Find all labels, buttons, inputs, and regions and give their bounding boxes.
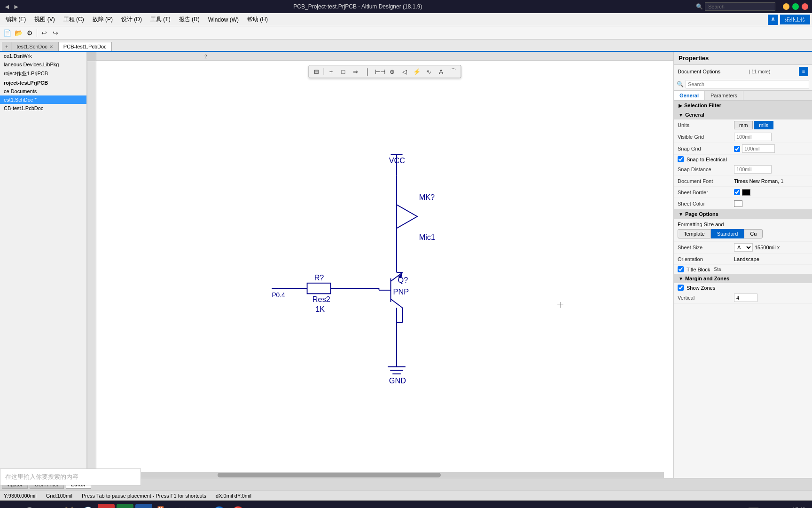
sheet-color-label: Sheet Color xyxy=(678,201,734,206)
settings-button[interactable]: ⚙ xyxy=(24,28,35,38)
orientation-value: Landscape xyxy=(734,256,808,262)
menu-help[interactable]: 帮助 (H) xyxy=(243,15,272,24)
tab-sch[interactable]: test1.SchDoc ✕ xyxy=(11,42,58,51)
taskbar-edge[interactable]: 🌊 xyxy=(79,504,96,508)
menu-view[interactable]: 视图 (V) xyxy=(31,15,58,24)
sidebar-item-1[interactable]: laneous Devices.LibPkg xyxy=(0,60,86,69)
sidebar-item-0[interactable]: ce1.DsnWrk xyxy=(0,52,86,60)
taskbar-clock[interactable]: 17:49 2021/10 xyxy=(789,507,808,508)
maximize-button[interactable] xyxy=(792,3,799,10)
menu-design[interactable]: 设计 (D) xyxy=(117,15,146,24)
cv-vert-btn[interactable]: │ xyxy=(362,66,374,77)
sidebar-item-6[interactable]: CB-test1.PcbDoc xyxy=(0,104,86,112)
cv-pin-btn[interactable]: ⊕ xyxy=(387,66,398,77)
snap-grid-input[interactable] xyxy=(742,144,775,153)
menu-bar: 编辑 (E) 视图 (V) 工程 (C) 故障 (P) 设计 (D) 工具 (T… xyxy=(0,13,812,26)
new-tab[interactable]: + xyxy=(2,42,11,51)
nav-back[interactable]: ◄ xyxy=(4,3,10,10)
title-block-checkbox[interactable] xyxy=(678,266,684,272)
cv-power-btn[interactable]: ⚡ xyxy=(411,66,422,77)
cv-measure-btn[interactable]: ⊢⊣ xyxy=(375,66,386,77)
panel-tab-general[interactable]: General xyxy=(674,91,705,100)
standard-btn[interactable]: Standard xyxy=(711,229,744,238)
minimize-button[interactable] xyxy=(783,3,789,10)
unit-mils-btn[interactable]: mils xyxy=(754,121,773,129)
menu-debug[interactable]: 故障 (P) xyxy=(89,15,117,24)
open-button[interactable]: 📂 xyxy=(13,28,23,38)
panel-search-input[interactable] xyxy=(686,80,809,88)
taskbar-start[interactable]: ⊞ xyxy=(4,504,21,508)
redo-button[interactable]: ↪ xyxy=(50,28,61,38)
global-search-input[interactable] xyxy=(705,2,775,11)
schematic-svg[interactable]: VCC MK? Mic1 Q? PNP xyxy=(96,61,673,478)
sidebar-item-3[interactable]: roject-test.PrjPCB xyxy=(0,79,86,87)
show-zones-checkbox[interactable] xyxy=(678,285,684,291)
canvas-scrollbar-h[interactable] xyxy=(106,472,664,478)
upload-button[interactable]: 拓扑上传 xyxy=(780,15,810,24)
taskbar-app-10[interactable]: 🔴 xyxy=(229,504,246,508)
tab-sch-close[interactable]: ✕ xyxy=(49,44,53,49)
page-options-section[interactable]: ▼ Page Options xyxy=(674,209,812,219)
menu-edit[interactable]: 编辑 (E) xyxy=(2,15,30,24)
units-label: Units xyxy=(678,122,734,128)
taskbar-firefox[interactable]: 🦊 xyxy=(60,504,77,508)
show-zones-row: Show Zones xyxy=(674,283,812,292)
nav-forward[interactable]: ► xyxy=(13,3,20,10)
snap-electrical-checkbox[interactable] xyxy=(678,156,684,162)
cv-filter-btn[interactable]: ⊟ xyxy=(311,66,322,77)
taskbar-mail[interactable]: ✉️ xyxy=(192,504,209,508)
ruler-vertical xyxy=(87,61,96,478)
menu-window[interactable]: Window (W) xyxy=(204,16,242,24)
sidebar-item-4[interactable]: ce Documents xyxy=(0,87,86,95)
undo-button[interactable]: ↩ xyxy=(39,28,49,38)
custom-btn[interactable]: Cu xyxy=(744,229,763,238)
search-icon: 🔍 xyxy=(696,3,703,10)
new-button[interactable]: 📄 xyxy=(2,28,12,38)
sidebar-item-5[interactable]: est1.SchDoc * xyxy=(0,95,86,104)
unit-mm-btn[interactable]: mm xyxy=(734,121,753,129)
tab-pcb[interactable]: PCB-test1.PcbDoc xyxy=(58,42,112,51)
taskbar-ppt[interactable]: P xyxy=(98,504,115,508)
title-block-extra: Sta xyxy=(714,267,721,272)
sidebar-item-2[interactable]: roject作业1.PrjPCB xyxy=(0,69,86,79)
snap-distance-input[interactable] xyxy=(734,165,772,174)
sheet-border-color[interactable] xyxy=(742,189,750,196)
close-button[interactable] xyxy=(802,3,808,10)
orientation-label: Orientation xyxy=(678,256,734,262)
panel-tab-parameters[interactable]: Parameters xyxy=(705,91,743,100)
cv-plus-btn[interactable]: + xyxy=(326,66,337,77)
gnd-label: GND xyxy=(389,376,406,385)
taskbar-app-9[interactable]: 🔵 xyxy=(211,504,227,508)
cv-wire-btn[interactable]: ∿ xyxy=(423,66,435,77)
selection-filter-section[interactable]: ▶ Selection Filter xyxy=(674,101,812,110)
cv-curve-btn[interactable]: ⌒ xyxy=(448,66,459,77)
sheet-size-row: Sheet Size A4 A3 A 15500mil x xyxy=(674,242,812,254)
scroll-thumb-h[interactable] xyxy=(218,473,441,477)
taskbar-store[interactable]: 🏪 xyxy=(154,504,171,508)
general-section[interactable]: ▼ General xyxy=(674,110,812,119)
menu-report[interactable]: 报告 (R) xyxy=(175,15,203,24)
cv-arrow-btn[interactable]: ⇒ xyxy=(350,66,361,77)
status-bar: Y:9300.000mil Grid:100mil Press Tab to p… xyxy=(0,490,812,500)
template-btn[interactable]: Template xyxy=(678,229,711,238)
taskbar-search[interactable]: 🔍 xyxy=(23,504,39,508)
taskbar-files[interactable]: 📁 xyxy=(173,504,190,508)
sheet-color-swatch[interactable] xyxy=(734,200,742,207)
taskbar-word[interactable]: W xyxy=(135,504,152,508)
vertical-input[interactable] xyxy=(734,294,757,302)
schematic-content[interactable]: ⊟ + □ ⇒ │ ⊢⊣ ⊕ ◁ ⚡ ∿ A ⌒ VCC xyxy=(96,61,673,478)
visible-grid-input[interactable] xyxy=(734,133,772,141)
sheet-size-select[interactable]: A4 A3 A xyxy=(734,243,753,252)
cv-rect-btn[interactable]: □ xyxy=(338,66,349,77)
taskbar-task-view[interactable]: ⧉ xyxy=(41,504,58,508)
cv-text-btn[interactable]: A xyxy=(436,66,447,77)
cv-gate-btn[interactable]: ◁ xyxy=(399,66,410,77)
margin-zones-section[interactable]: ▼ Margin and Zones xyxy=(674,274,812,283)
filter-icon[interactable]: ≡ xyxy=(799,67,808,76)
snap-grid-checkbox[interactable] xyxy=(734,146,740,152)
menu-project[interactable]: 工程 (C) xyxy=(60,15,88,24)
sheet-border-checkbox[interactable] xyxy=(734,189,740,195)
menu-tools[interactable]: 工具 (T) xyxy=(147,15,174,24)
canvas-area[interactable]: 2 ⊟ + □ ⇒ │ ⊢⊣ ⊕ ◁ ⚡ xyxy=(87,52,673,478)
taskbar-excel[interactable]: X xyxy=(117,504,133,508)
